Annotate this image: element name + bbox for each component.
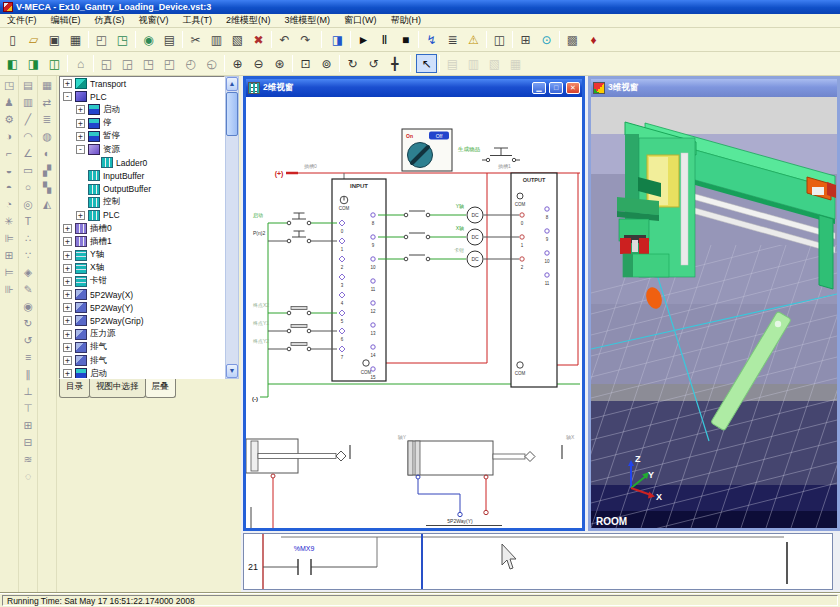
menu-v[interactable]: 视窗(V) [132, 13, 176, 28]
move-button[interactable]: ╋ [384, 54, 405, 73]
draw-tool-15[interactable]: ↻ [19, 314, 37, 331]
tree-item[interactable]: +PLC [60, 209, 224, 222]
menu-s[interactable]: 仿真(S) [88, 13, 132, 28]
tree-toggle[interactable]: + [63, 303, 72, 312]
tree-item[interactable]: +启动 [60, 367, 224, 379]
menu-e[interactable]: 编辑(E) [44, 13, 88, 28]
report-warning-button[interactable]: ⚠ [463, 30, 484, 49]
tree-toggle[interactable]: + [76, 132, 85, 141]
component-tool-13[interactable]: ⊪ [0, 280, 18, 297]
run-button[interactable]: ► [353, 30, 374, 49]
edit-tool-7[interactable]: ▚ [38, 178, 56, 195]
draw-tool-11[interactable]: ∵ [19, 246, 37, 263]
draw-tool-14[interactable]: ◉ [19, 297, 37, 314]
tree-toggle[interactable]: + [63, 290, 72, 299]
tree-toggle[interactable]: + [63, 264, 72, 273]
tree-item[interactable]: +5P2Way(Grip) [60, 314, 224, 327]
open-button[interactable]: ▱ [23, 30, 44, 49]
tree-item[interactable]: +插槽1 [60, 235, 224, 248]
edit-tool-5[interactable]: ◐ [38, 144, 56, 161]
draw-tool-10[interactable]: ∴ [19, 229, 37, 246]
zoom-extents-button[interactable]: ⊛ [269, 54, 290, 73]
zoom-in-button[interactable]: ⊕ [227, 54, 248, 73]
3d-canvas[interactable]: Z Y X ROOM [591, 97, 837, 528]
output-switch[interactable] [378, 255, 466, 261]
view-iso-2-button[interactable]: ◲ [117, 54, 138, 73]
select-button[interactable]: ↖ [416, 54, 437, 73]
tree-toggle[interactable]: + [63, 330, 72, 339]
component-tool-12[interactable]: ⊨ [0, 263, 18, 280]
tree-item[interactable]: +5P2Way(X) [60, 288, 224, 301]
edit-tool-4[interactable]: ◍ [38, 127, 56, 144]
component-tool-10[interactable]: ⊫ [0, 229, 18, 246]
menu-t[interactable]: 工具(T) [176, 13, 220, 28]
data-exchange-button[interactable]: ◨ [327, 30, 348, 49]
draw-tool-20[interactable]: ⊤ [19, 399, 37, 416]
layout-both-button[interactable]: ◨ [23, 54, 44, 73]
tree-toggle[interactable]: + [63, 369, 72, 378]
draw-tool-19[interactable]: ⊥ [19, 382, 37, 399]
tree-item[interactable]: InputBuffer [60, 169, 224, 182]
maximize-button[interactable]: □ [549, 82, 563, 94]
tree-item[interactable]: -资源 [60, 143, 224, 156]
save-all-button[interactable]: ▦ [65, 30, 86, 49]
draw-tool-3[interactable]: ╱ [19, 110, 37, 127]
close-button[interactable]: ✕ [566, 82, 580, 94]
view-iso-4-button[interactable]: ◰ [159, 54, 180, 73]
save-button[interactable]: ▣ [44, 30, 65, 49]
tree-toggle[interactable]: + [63, 224, 72, 233]
edit-tool-1[interactable]: ▦ [38, 76, 56, 93]
tree-item[interactable]: +Transport [60, 77, 224, 90]
tree-item[interactable]: OutputBuffer [60, 183, 224, 196]
wiring-button[interactable]: ↯ [421, 30, 442, 49]
import-button[interactable]: ◰ [91, 30, 112, 49]
tree-toggle[interactable]: + [63, 316, 72, 325]
tree-tab[interactable]: 视图中选择 [89, 379, 146, 398]
help-button[interactable]: ♦ [583, 30, 604, 49]
component-tool-4[interactable]: ◑ [0, 127, 18, 144]
tree-toggle[interactable]: + [76, 211, 85, 220]
tree-scrollbar[interactable]: ▲ ▼ [225, 76, 239, 379]
component-tool-11[interactable]: ⊞ [0, 246, 18, 263]
ladder-editor-panel[interactable]: %MX9 21 [243, 533, 833, 590]
grid-view-button[interactable]: ⊞ [515, 30, 536, 49]
menu-h[interactable]: 帮助(H) [384, 13, 429, 28]
scroll-thumb[interactable] [226, 92, 238, 136]
no-contact[interactable]: %MX9 [294, 545, 315, 575]
draw-tool-16[interactable]: ↺ [19, 331, 37, 348]
tree-toggle[interactable]: + [76, 119, 85, 128]
tree-item[interactable]: 控制 [60, 196, 224, 209]
tree-item[interactable]: +暂停 [60, 130, 224, 143]
window-2d-view[interactable]: 2维视窗 ▁ □ ✕ (+) (-) INPUT [243, 76, 585, 531]
draw-tool-2[interactable]: ▥ [19, 93, 37, 110]
tree-item[interactable]: +排气 [60, 341, 224, 354]
draw-tool-24[interactable]: ◌ [19, 467, 37, 484]
minimize-button[interactable]: ▁ [532, 82, 546, 94]
tree-item[interactable]: +排气 [60, 354, 224, 367]
draw-tool-5[interactable]: ∠ [19, 144, 37, 161]
report-button[interactable]: ≣ [442, 30, 463, 49]
tree-toggle[interactable]: + [63, 237, 72, 246]
paste-button[interactable]: ▧ [227, 30, 248, 49]
hint-lamp-button[interactable]: ⊙ [536, 30, 557, 49]
tree-item[interactable]: Ladder0 [60, 156, 224, 169]
print-button[interactable]: ▤ [159, 30, 180, 49]
rotate-ccw-button[interactable]: ↺ [363, 54, 384, 73]
menu-n[interactable]: 2维模型(N) [219, 13, 278, 28]
export-button[interactable]: ◳ [112, 30, 133, 49]
output-module[interactable]: OUTPUT COM COM [511, 173, 557, 387]
draw-tool-17[interactable]: ≡ [19, 348, 37, 365]
tree-toggle[interactable]: + [63, 79, 72, 88]
tree-toggle[interactable]: - [63, 92, 72, 101]
draw-tool-23[interactable]: ≋ [19, 450, 37, 467]
table-view-button[interactable]: ◫ [489, 30, 510, 49]
redo-button[interactable]: ↷ [295, 30, 316, 49]
title-bar[interactable]: V-MECA - Ex10_Gantry_Loading_Device.vst:… [0, 0, 840, 14]
component-tool-6[interactable]: ◒ [0, 161, 18, 178]
tree-tab[interactable]: 层叠 [145, 379, 176, 398]
view-iso-5-button[interactable]: ◴ [180, 54, 201, 73]
library-button[interactable]: ▩ [562, 30, 583, 49]
edit-tool-2[interactable]: ⇄ [38, 93, 56, 110]
scroll-up-button[interactable]: ▲ [226, 77, 238, 91]
new-button[interactable]: ▯ [2, 30, 23, 49]
